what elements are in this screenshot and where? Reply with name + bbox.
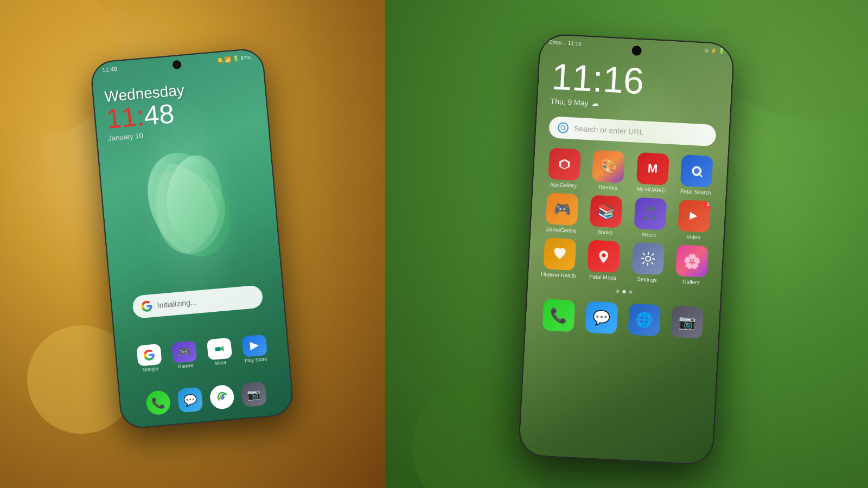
app-label-video: Video: [686, 234, 700, 240]
app-label-gallery: Gallery: [682, 278, 700, 285]
dock-cell-camera[interactable]: 📷: [671, 306, 704, 339]
app-cell-appgallery[interactable]: AppGallery: [544, 147, 584, 189]
app-icon-appgallery: [548, 147, 581, 181]
app-cell-gallery[interactable]: 🌸 Gallery: [672, 245, 712, 286]
svg-point-9: [646, 256, 650, 261]
dock-cell-phone[interactable]: 📞: [542, 299, 575, 332]
google-icon: [141, 300, 154, 313]
dot-2: [622, 290, 626, 293]
app-icon-music: 🎵: [634, 197, 667, 230]
app-label-petalmaps: Petal Maps: [589, 273, 617, 281]
app-label-games: Games: [177, 363, 194, 369]
status-left-right: Emer... 11:16: [549, 39, 582, 47]
app-cell-health[interactable]: Huawei Health: [539, 237, 580, 279]
app-cell-gamecentre[interactable]: 🎮 GameCentre: [541, 192, 582, 234]
app-label-meet: Meet: [215, 359, 226, 366]
status-time-left: 11:48: [102, 66, 117, 73]
right-time-section: 11:16 Thu, 9 May ☁: [537, 49, 733, 120]
app-cell-myhuawei[interactable]: M My HUAWEI: [632, 152, 673, 194]
weather-icon: ☁: [591, 99, 599, 108]
app-meet[interactable]: Meet: [205, 337, 234, 367]
dock-icon-messages: 💬: [585, 301, 618, 334]
app-games[interactable]: 🎮 Games: [170, 341, 199, 370]
dock-cell-browser[interactable]: 🌐: [628, 303, 661, 336]
app-icon-gallery: 🌸: [675, 245, 709, 278]
app-label-settings: Settings: [637, 276, 657, 283]
app-icon-petalsearch: [680, 155, 713, 188]
wallpaper-shape: [123, 124, 256, 285]
left-panel: 11:48 🔔 📶 🔋 87% Wednesday 11:48 January …: [0, 0, 385, 488]
status-icons-left: 🔔 📶 🔋 87%: [216, 54, 252, 63]
app-icon-books: 📚: [590, 195, 623, 228]
right-big-clock: 11:16: [551, 57, 719, 103]
phone-screen-right: Emer... 11:16 ⊙ ⚡ 🔋 11:16 Thu, 9 May ☁: [519, 34, 733, 465]
dock-left: 📞 💬 📷: [145, 381, 267, 415]
dock-phone-left[interactable]: 📞: [145, 390, 171, 416]
app-cell-music[interactable]: 🎵 Music: [630, 197, 671, 239]
dock-cell-messages[interactable]: 💬: [585, 301, 618, 334]
app-google[interactable]: Google: [135, 344, 164, 373]
app-icon-themes: 🎨: [592, 150, 625, 183]
right-panel: Emer... 11:16 ⊙ ⚡ 🔋 11:16 Thu, 9 May ☁: [385, 0, 868, 488]
app-cell-books[interactable]: 📚 Books: [585, 195, 626, 236]
app-icon-health: [543, 237, 576, 271]
app-playstore[interactable]: Play Store: [240, 335, 270, 364]
dock-camera-left[interactable]: 📷: [241, 381, 267, 407]
app-icons-row-left: Google 🎮 Games Meet: [135, 335, 269, 373]
app-label-health: Huawei Health: [541, 271, 577, 279]
dock-messages-left[interactable]: 💬: [177, 387, 203, 413]
app-label-appgallery: AppGallery: [550, 181, 577, 189]
app-icon-petalmaps: [588, 240, 621, 273]
app-cell-themes[interactable]: 🎨 Themes: [588, 150, 629, 191]
app-label-petalsearch: Petal Search: [680, 188, 712, 196]
dot-3: [629, 290, 632, 293]
app-icon-myhuawei: M: [636, 152, 669, 185]
app-label-books: Books: [597, 229, 612, 235]
app-label-themes: Themes: [597, 184, 617, 191]
right-date-line: Thu, 9 May ☁: [550, 97, 717, 114]
phone-left: 11:48 🔔 📶 🔋 87% Wednesday 11:48 January …: [90, 47, 295, 429]
dot-1: [616, 290, 619, 293]
app-icon-settings: [631, 242, 665, 275]
dock-icon-phone: 📞: [542, 299, 575, 332]
app-label-music: Music: [642, 231, 656, 237]
app-label-google: Google: [142, 365, 158, 372]
app-cell-video[interactable]: 1 Video: [674, 200, 714, 241]
app-icon-gamecentre: 🎮: [545, 192, 578, 226]
search-placeholder-right: Search or enter URL: [574, 124, 644, 137]
app-label-playstore: Play Store: [244, 356, 267, 364]
app-cell-petalsearch[interactable]: Petal Search: [676, 155, 717, 196]
right-date: Thu, 9 May: [550, 97, 589, 107]
search-bar-right[interactable]: Search or enter URL: [548, 116, 717, 146]
status-icons-right: ⊙ ⚡ 🔋: [704, 47, 725, 54]
clock-minutes: 48: [143, 98, 175, 131]
app-grid-right: AppGallery 🎨 Themes M My HUAWEI: [528, 143, 728, 291]
dock-chrome-left[interactable]: [209, 384, 235, 410]
clock-hours: 11: [105, 101, 138, 134]
search-icon-right: [558, 122, 569, 133]
app-icon-video: 1: [678, 200, 711, 233]
search-placeholder-left: Initializing...: [157, 298, 197, 310]
app-cell-settings[interactable]: Settings: [627, 242, 668, 284]
phone-screen-left: 11:48 🔔 📶 🔋 87% Wednesday 11:48 January …: [91, 49, 293, 429]
video-badge: 1: [703, 200, 711, 209]
phone-right: Emer... 11:16 ⊙ ⚡ 🔋 11:16 Thu, 9 May ☁: [518, 33, 735, 466]
dock-icon-browser: 🌐: [628, 303, 661, 336]
app-label-gamecentre: GameCentre: [545, 226, 577, 234]
app-cell-petalmaps[interactable]: Petal Maps: [583, 240, 624, 281]
app-label-myhuawei: My HUAWEI: [636, 186, 667, 194]
dock-icon-camera: 📷: [671, 306, 704, 339]
search-bar-left[interactable]: Initializing...: [132, 285, 264, 319]
